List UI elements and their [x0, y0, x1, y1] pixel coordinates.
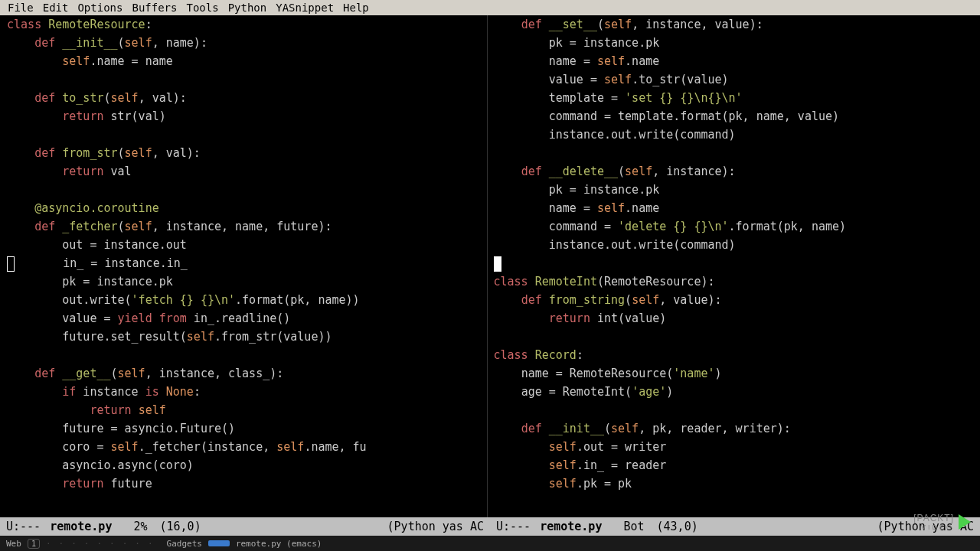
kw-class: class	[494, 348, 528, 362]
code-pane-right[interactable]: def __set__(self, instance, value): pk =…	[488, 15, 981, 517]
text: age = RemoteInt(	[521, 385, 632, 399]
args: , pk, reader, writer):	[639, 422, 791, 435]
kw-def: def	[521, 165, 542, 178]
menu-edit[interactable]: Edit	[38, 2, 74, 14]
args: , instance, class_):	[145, 367, 284, 380]
text: name = RemoteResource(	[521, 367, 674, 380]
self: self	[604, 18, 632, 31]
args: , instance):	[652, 165, 735, 178]
text: .format(pk, name)	[729, 220, 847, 233]
code-pane-left[interactable]: class RemoteResource: def __init__(self,…	[0, 15, 488, 517]
class-name: RemoteInt	[535, 275, 597, 289]
text: .name	[625, 201, 659, 215]
text: .out = writer	[577, 440, 666, 454]
workspace-1[interactable]: 1	[28, 539, 40, 549]
workspace-dots: ·········	[46, 539, 161, 549]
args: , value):	[659, 293, 721, 307]
code-line: instance.out.write(command)	[549, 128, 736, 142]
kw-return: return	[62, 165, 103, 178]
fn-name: from_string	[549, 293, 625, 307]
fn-name: _fetcher	[62, 220, 117, 233]
scroll-percent: Bot	[623, 520, 644, 533]
cursor-position: (43,0)	[657, 520, 698, 533]
self: self	[276, 440, 304, 454]
menu-options[interactable]: Options	[73, 2, 127, 14]
kw-def: def	[34, 220, 55, 233]
text: value =	[62, 311, 117, 325]
kw-class: class	[7, 18, 41, 31]
self: self	[611, 422, 639, 435]
text: template =	[549, 91, 625, 105]
taskbar-web[interactable]: Web	[6, 539, 21, 549]
text: name =	[549, 54, 597, 68]
menu-yasnippet[interactable]: YASnippet	[271, 2, 338, 14]
text: name =	[549, 201, 597, 215]
kw-def: def	[34, 146, 55, 160]
string: 'name'	[673, 367, 714, 380]
self: self	[125, 146, 152, 160]
fn-name: __init__	[549, 422, 604, 435]
text: str(val)	[103, 109, 165, 123]
text: val	[103, 165, 131, 178]
kw-def: def	[34, 91, 55, 105]
text: future	[103, 477, 152, 491]
text: .to_str(value)	[632, 73, 728, 86]
kw-return: return	[62, 477, 103, 491]
major-mode: (Python yas AC	[387, 520, 484, 533]
text: coro =	[62, 440, 110, 454]
modeline: U:--- remote.py 2% (16,0) (Python yas AC…	[0, 517, 980, 536]
self: self	[187, 330, 214, 344]
text: )	[715, 367, 722, 380]
args: , instance, name, future):	[152, 220, 332, 233]
kw-return: return	[549, 311, 590, 325]
kw-is: is	[145, 385, 159, 399]
text: )	[666, 385, 673, 399]
video-watermark: [PACKT] VIDEO	[913, 513, 971, 531]
code-line: instance.out.write(command)	[549, 238, 736, 252]
text: .in_ = reader	[577, 458, 666, 472]
taskbar-gadgets[interactable]: Gadgets	[167, 539, 202, 549]
text: .pk = pk	[577, 477, 632, 491]
self: self	[111, 91, 139, 105]
args: , val):	[152, 146, 201, 160]
buffer-status: U:---	[496, 520, 531, 533]
menu-python[interactable]: Python	[224, 2, 272, 14]
modeline-right: U:--- remote.py Bot (43,0) (Python yas A…	[490, 520, 980, 533]
menu-help[interactable]: Help	[338, 2, 374, 14]
code-line: pk = instance.pk	[62, 275, 173, 289]
kw-def: def	[34, 367, 55, 380]
decorator: @asyncio.coroutine	[34, 201, 159, 215]
menubar: File Edit Options Buffers Tools Python Y…	[0, 0, 980, 15]
editor-area: class RemoteResource: def __init__(self,…	[0, 15, 980, 517]
kw-yield: yield	[118, 311, 152, 325]
taskbar: Web 1 ········· Gadgets remote.py (emacs…	[0, 536, 980, 551]
text: :	[194, 385, 201, 399]
menu-tools[interactable]: Tools	[181, 2, 223, 14]
code-line: future = asyncio.Future()	[62, 422, 235, 435]
code-line: in_ = instance.in_	[63, 256, 188, 270]
self: self	[549, 440, 577, 454]
menu-file[interactable]: File	[3, 2, 38, 14]
text: in_.readline()	[187, 311, 290, 325]
modeline-left: U:--- remote.py 2% (16,0) (Python yas AC	[0, 520, 490, 533]
string: 'delete {} {}\n'	[618, 220, 729, 233]
text: future.set_result(	[62, 330, 187, 344]
text: instance	[76, 385, 145, 399]
kw-if: if	[62, 385, 76, 399]
args: , name):	[152, 36, 207, 50]
code-line: pk = instance.pk	[549, 183, 660, 197]
scroll-percent: 2%	[133, 520, 147, 533]
class-name: RemoteResource	[48, 18, 145, 31]
kw-return: return	[90, 403, 131, 417]
taskbar-app[interactable]: remote.py (emacs)	[236, 539, 322, 549]
string: 'set {} {}\n{}\n'	[625, 91, 743, 105]
menu-buffers[interactable]: Buffers	[127, 2, 181, 14]
text: .name, fu	[304, 440, 366, 454]
cursor-position: (16,0)	[160, 520, 201, 533]
kw-class: class	[494, 275, 528, 289]
text: .format(pk, name))	[235, 293, 360, 307]
string: 'age'	[632, 385, 666, 399]
self: self	[604, 73, 632, 86]
class-name: Record	[535, 348, 577, 362]
self: self	[111, 440, 139, 454]
